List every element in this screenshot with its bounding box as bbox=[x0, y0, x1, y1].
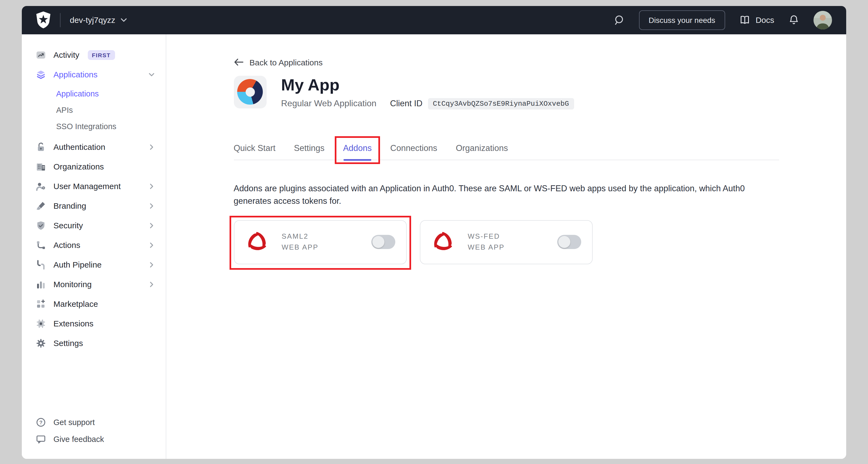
addons-description: Addons are plugins associated with an Ap… bbox=[234, 182, 779, 207]
give-feedback-link[interactable]: Give feedback bbox=[22, 431, 166, 448]
chevron-right-icon bbox=[148, 202, 155, 209]
app-subtitle-row: Regular Web Application Client ID CtCqy3… bbox=[281, 98, 574, 109]
toggle-knob bbox=[372, 236, 384, 248]
screenshot-stage: dev-tyj7qyzz Discuss your needs bbox=[0, 0, 868, 464]
tab-label: Quick Start bbox=[234, 143, 275, 152]
app-window: dev-tyj7qyzz Discuss your needs bbox=[22, 6, 846, 459]
saml-logo-icon bbox=[245, 229, 268, 255]
addon-title-line1: WS-FED bbox=[468, 231, 505, 242]
chevron-down-icon bbox=[121, 18, 127, 22]
sidebar-item-label: User Management bbox=[54, 180, 121, 192]
chevron-right-icon bbox=[148, 261, 155, 268]
tab-connections[interactable]: Connections bbox=[391, 143, 437, 159]
chevron-down-icon bbox=[148, 71, 155, 78]
user-avatar[interactable] bbox=[813, 11, 832, 29]
sidebar-item-label: Activity bbox=[54, 49, 79, 60]
sidebar-footer: ? Get support Give feedback bbox=[22, 414, 166, 459]
sidebar-item-actions[interactable]: Actions bbox=[22, 235, 166, 255]
sidebar-item-label: Branding bbox=[54, 200, 86, 211]
tab-label: Organizations bbox=[456, 143, 508, 152]
chip-icon bbox=[35, 318, 46, 329]
app-type-label: Regular Web Application bbox=[281, 99, 376, 108]
organization-icon bbox=[35, 161, 46, 172]
pipeline-icon bbox=[35, 259, 46, 270]
search-icon[interactable] bbox=[613, 14, 625, 26]
body-row: Activity FIRST Applications bbox=[22, 34, 846, 459]
docs-label: Docs bbox=[756, 15, 774, 25]
tenant-name: dev-tyj7qyzz bbox=[70, 15, 115, 25]
chevron-right-icon bbox=[148, 242, 155, 248]
sidebar-item-label: Organizations bbox=[54, 161, 104, 172]
saml-logo-icon bbox=[431, 229, 454, 255]
addon-title-line2: WEB APP bbox=[282, 242, 318, 253]
sidebar-item-label: Marketplace bbox=[54, 298, 98, 309]
saml2-toggle-off[interactable] bbox=[371, 235, 395, 249]
ws-fed-addon-card[interactable]: WS-FED WEB APP bbox=[420, 220, 593, 264]
addon-title-line2: WEB APP bbox=[468, 242, 505, 253]
arrow-left-icon bbox=[234, 58, 243, 66]
tab-addons[interactable]: Addons bbox=[343, 143, 372, 159]
tab-label: Addons bbox=[343, 143, 372, 152]
client-id-value: CtCqy3AvbQZSo7sE9RiynaPuiXOxvebG bbox=[428, 98, 574, 109]
sidebar-item-settings[interactable]: Settings bbox=[22, 333, 166, 353]
tab-label: Connections bbox=[391, 143, 437, 152]
chevron-right-icon bbox=[148, 183, 155, 189]
sidebar-item-authentication[interactable]: Authentication bbox=[22, 137, 166, 157]
sidebar-item-extensions[interactable]: Extensions bbox=[22, 313, 166, 333]
sidebar-item-marketplace[interactable]: Marketplace bbox=[22, 294, 166, 313]
app-header-text: My App Regular Web Application Client ID… bbox=[281, 75, 574, 109]
client-id-label: Client ID bbox=[390, 99, 423, 108]
tab-label: Settings bbox=[294, 143, 324, 152]
addons-grid: SAML2 WEB APP bbox=[234, 220, 779, 264]
app-title: My App bbox=[281, 75, 574, 94]
activity-icon bbox=[35, 49, 46, 60]
book-icon bbox=[739, 14, 751, 26]
layers-icon bbox=[35, 69, 46, 80]
auth0-shield-logo-icon[interactable] bbox=[36, 11, 51, 28]
sidebar-item-label: Actions bbox=[54, 239, 80, 251]
discuss-your-needs-button[interactable]: Discuss your needs bbox=[639, 10, 725, 30]
sidebar-subitem-applications[interactable]: Applications bbox=[22, 85, 166, 102]
topbar-right: Discuss your needs Docs bbox=[613, 10, 832, 30]
docs-link[interactable]: Docs bbox=[739, 14, 774, 26]
chevron-right-icon bbox=[148, 222, 155, 229]
addon-title-line1: SAML2 bbox=[282, 231, 318, 242]
addon-title: WS-FED WEB APP bbox=[468, 231, 505, 253]
tab-quick-start[interactable]: Quick Start bbox=[234, 143, 275, 159]
sidebar-item-user-management[interactable]: User Management bbox=[22, 176, 166, 196]
shield-check-icon bbox=[35, 220, 46, 231]
sidebar-subitem-sso-integrations[interactable]: SSO Integrations bbox=[22, 118, 166, 134]
notifications-bell-icon[interactable] bbox=[788, 14, 800, 26]
tab-organizations[interactable]: Organizations bbox=[456, 143, 508, 159]
sidebar-item-label: Extensions bbox=[54, 318, 94, 329]
active-tab-underline bbox=[343, 159, 371, 161]
flow-icon bbox=[35, 239, 46, 251]
toggle-knob bbox=[558, 236, 570, 248]
bar-chart-icon bbox=[35, 279, 46, 290]
sidebar-item-organizations[interactable]: Organizations bbox=[22, 157, 166, 176]
sidebar-item-auth-pipeline[interactable]: Auth Pipeline bbox=[22, 255, 166, 274]
lock-icon bbox=[35, 141, 46, 152]
app-header: My App Regular Web Application Client ID… bbox=[234, 75, 779, 109]
gear-icon bbox=[35, 338, 46, 349]
sidebar-subitem-apis[interactable]: APIs bbox=[22, 102, 166, 118]
sidebar-item-security[interactable]: Security bbox=[22, 216, 166, 235]
back-to-applications-link[interactable]: Back to Applications bbox=[234, 58, 323, 67]
sidebar-item-label: Security bbox=[54, 220, 83, 231]
ws-fed-toggle-off[interactable] bbox=[557, 235, 581, 249]
help-circle-icon: ? bbox=[35, 417, 46, 428]
tenant-switcher[interactable]: dev-tyj7qyzz bbox=[70, 15, 127, 25]
chevron-right-icon bbox=[148, 281, 155, 288]
sidebar-item-activity[interactable]: Activity FIRST bbox=[22, 45, 166, 65]
sidebar: Activity FIRST Applications bbox=[22, 34, 166, 459]
get-support-link[interactable]: ? Get support bbox=[22, 414, 166, 431]
topbar-divider bbox=[60, 13, 61, 27]
sidebar-item-applications[interactable]: Applications bbox=[22, 65, 166, 84]
saml2-addon-card[interactable]: SAML2 WEB APP bbox=[234, 220, 407, 264]
tab-settings[interactable]: Settings bbox=[294, 143, 324, 159]
sidebar-item-label: Authentication bbox=[54, 141, 105, 152]
tab-bar: Quick Start Settings Addons Connections bbox=[234, 143, 779, 160]
sidebar-item-branding[interactable]: Branding bbox=[22, 196, 166, 216]
sidebar-item-monitoring[interactable]: Monitoring bbox=[22, 274, 166, 294]
user-gear-icon bbox=[35, 180, 46, 192]
